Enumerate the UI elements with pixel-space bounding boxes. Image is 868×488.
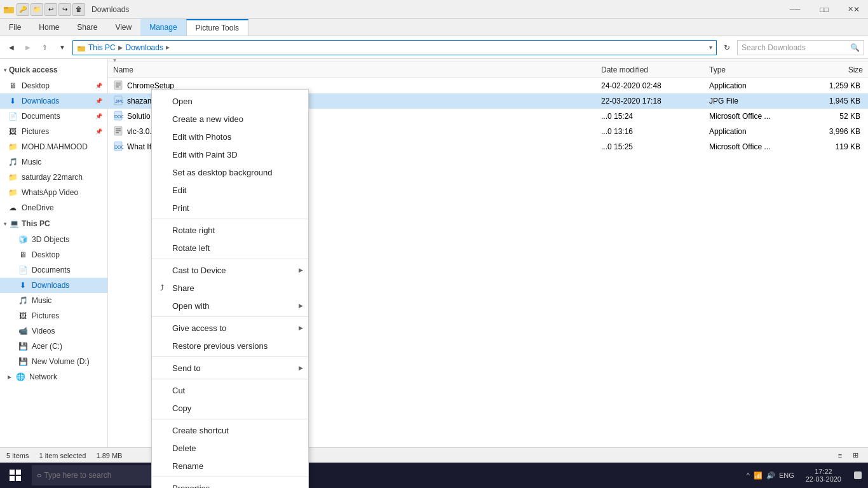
- cm-cast-to-device[interactable]: Cast to Device: [152, 261, 308, 279]
- tab-picture-tools[interactable]: Picture Tools: [186, 19, 248, 36]
- col-header-size[interactable]: Size: [808, 65, 865, 74]
- sidebar-section-thispc[interactable]: ▾ 💻 This PC: [0, 215, 107, 232]
- pin-icon-pic: 📌: [95, 128, 102, 135]
- clock-time: 17:22: [815, 468, 832, 475]
- cm-edit[interactable]: Edit: [152, 181, 308, 199]
- titlebar-left: 🔑 📁 ↩ ↪ 🗑: [0, 3, 89, 16]
- sidebar-item-documents[interactable]: 📄 Documents 📌: [0, 109, 107, 124]
- window-controls: ─ □ ✕: [780, 0, 868, 19]
- sidebar-item-music2[interactable]: 🎵 Music: [0, 293, 107, 308]
- folder-icon-sat: 📁: [8, 172, 18, 182]
- sidebar-item-mohd[interactable]: 📁 MOHD.MAHMOOD: [0, 139, 107, 154]
- cm-edit-photos[interactable]: Edit with Photos: [152, 128, 308, 146]
- close-button[interactable]: ✕: [839, 0, 868, 19]
- cm-create-video[interactable]: Create a new video: [152, 110, 308, 128]
- cm-rename[interactable]: Rename: [152, 457, 308, 475]
- tab-home[interactable]: Home: [30, 19, 68, 36]
- music-icon2: 🎵: [18, 295, 28, 306]
- start-button[interactable]: [0, 463, 31, 488]
- details-view-button[interactable]: ≡: [834, 449, 846, 462]
- cm-copy[interactable]: Copy: [152, 399, 308, 417]
- recent-locations-button[interactable]: ▼: [55, 40, 70, 55]
- large-icons-view-button[interactable]: ⊞: [849, 449, 862, 462]
- cm-restore-versions[interactable]: Restore previous versions: [152, 337, 308, 355]
- path-dropdown[interactable]: ►: [165, 44, 171, 51]
- search-icon[interactable]: 🔍: [850, 43, 860, 52]
- sidebar-item-acerc[interactable]: 💾 Acer (C:): [0, 339, 107, 354]
- search-box[interactable]: Search Downloads 🔍: [737, 40, 864, 55]
- tab-file[interactable]: File: [0, 19, 30, 36]
- sidebar-item-downloads[interactable]: ⬇ Downloads 📌: [0, 93, 107, 109]
- cm-delete[interactable]: Delete: [152, 439, 308, 457]
- documents-icon2: 📄: [18, 265, 28, 275]
- network-status-icon[interactable]: 📶: [754, 471, 763, 480]
- maximize-button[interactable]: □: [810, 0, 839, 19]
- properties-btn[interactable]: 🔑: [17, 3, 29, 16]
- redo-btn[interactable]: ↪: [58, 3, 71, 16]
- chevron-icon[interactable]: ^: [747, 471, 750, 479]
- taskbar: ○ 🎤 W ^ 📶 🔊 ENG 17:22 22-03-2020: [0, 463, 868, 488]
- sidebar-item-desktop2[interactable]: 🖥 Desktop: [0, 247, 107, 262]
- delete-btn[interactable]: 🗑: [72, 3, 85, 16]
- col-header-name[interactable]: Name: [111, 65, 599, 74]
- ribbon-tabs: File Home Share View Manage Picture Tool…: [0, 19, 868, 36]
- col-header-date[interactable]: Date modified: [599, 65, 707, 74]
- taskbar-search[interactable]: ○ 🎤: [32, 465, 172, 485]
- svg-text:DOC: DOC: [114, 145, 123, 149]
- sidebar-item-newvol[interactable]: 💾 New Volume (D:): [0, 354, 107, 369]
- cm-print[interactable]: Print: [152, 199, 308, 217]
- sidebar-item-pictures2[interactable]: 🖼 Pictures: [0, 308, 107, 323]
- sidebar-item-network[interactable]: ▶ 🌐 Network: [0, 369, 107, 384]
- forward-button[interactable]: ▶: [20, 40, 36, 55]
- sidebar-item-whatsapp[interactable]: 📁 WhatsApp Video: [0, 185, 107, 200]
- sidebar-item-documents2[interactable]: 📄 Documents: [0, 262, 107, 278]
- tab-share[interactable]: Share: [68, 19, 106, 36]
- sidebar-item-downloads2[interactable]: ⬇ Downloads: [0, 278, 107, 293]
- taskbar-search-input[interactable]: [44, 471, 152, 480]
- sidebar-item-music[interactable]: 🎵 Music: [0, 154, 107, 170]
- cm-rotate-left[interactable]: Rotate left: [152, 239, 308, 257]
- sidebar-item-pictures[interactable]: 🖼 Pictures 📌: [0, 124, 107, 139]
- volume-icon[interactable]: 🔊: [766, 471, 775, 480]
- cm-give-access[interactable]: Give access to: [152, 319, 308, 337]
- cm-edit-paint3d[interactable]: Edit with Paint 3D: [152, 146, 308, 163]
- cm-properties[interactable]: Properties: [152, 479, 308, 488]
- cm-share[interactable]: ⤴ Share: [152, 279, 308, 297]
- col-header-type[interactable]: Type: [707, 65, 808, 74]
- sidebar-item-onedrive[interactable]: ☁ OneDrive: [0, 200, 107, 215]
- tab-manage[interactable]: Manage: [140, 19, 186, 36]
- taskbar-clock[interactable]: 17:22 22-03-2020: [799, 463, 848, 488]
- sidebar-section-quickaccess[interactable]: ▾ Quick access: [0, 62, 107, 78]
- lang-label[interactable]: ENG: [779, 471, 794, 479]
- minimize-button[interactable]: ─: [780, 0, 810, 19]
- sidebar-item-videos[interactable]: 📹 Videos: [0, 323, 107, 339]
- undo-btn[interactable]: ↩: [44, 3, 57, 16]
- sidebar-item-saturday[interactable]: 📁 saturday 22march: [0, 170, 107, 185]
- sidebar-item-3dobjects[interactable]: 🧊 3D Objects: [0, 232, 107, 247]
- svg-rect-32: [854, 471, 862, 479]
- back-button[interactable]: ◀: [4, 40, 19, 55]
- cm-rotate-right[interactable]: Rotate right: [152, 221, 308, 239]
- up-button[interactable]: ⇧: [37, 40, 52, 55]
- sidebar-item-desktop[interactable]: 🖥 Desktop 📌: [0, 78, 107, 93]
- cm-open-with[interactable]: Open with: [152, 297, 308, 315]
- breadcrumb-downloads[interactable]: Downloads: [126, 43, 163, 52]
- onedrive-icon: ☁: [8, 203, 18, 213]
- svg-rect-13: [116, 128, 121, 130]
- address-box[interactable]: This PC ► Downloads ► ▾: [72, 40, 717, 55]
- cm-cut[interactable]: Cut: [152, 381, 308, 399]
- notification-button[interactable]: [848, 463, 868, 488]
- refresh-button[interactable]: ↻: [719, 40, 735, 55]
- address-dropdown[interactable]: ▾: [709, 44, 712, 51]
- cm-send-to[interactable]: Send to: [152, 359, 308, 377]
- cm-open[interactable]: Open: [152, 92, 308, 110]
- tab-view[interactable]: View: [106, 19, 140, 36]
- breadcrumb-thispc[interactable]: This PC: [88, 43, 116, 52]
- cm-set-desktop-bg[interactable]: Set as desktop background: [152, 163, 308, 181]
- svg-text:DOC: DOC: [114, 114, 123, 119]
- cm-sep3: [152, 316, 308, 317]
- cm-create-shortcut[interactable]: Create shortcut: [152, 421, 308, 439]
- statusbar: 5 items 1 item selected 1.89 MB ≡ ⊞: [0, 447, 868, 463]
- desktop-icon2: 🖥: [18, 250, 28, 260]
- new-folder-btn[interactable]: 📁: [31, 3, 43, 16]
